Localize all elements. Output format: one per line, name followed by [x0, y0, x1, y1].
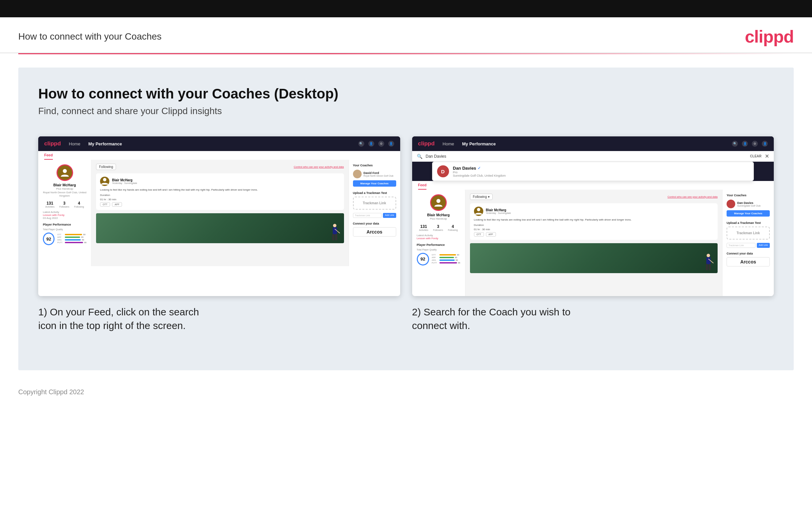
- feed-tab-bar-1: Feed: [38, 151, 400, 160]
- screenshot-2: clippd Home My Performance 🔍 👤 ⚙ 👤 🔍: [412, 136, 774, 296]
- total-quality-2: Total Player Quality: [417, 249, 460, 251]
- search-icon-2[interactable]: 🔍: [732, 141, 738, 147]
- following-button-2[interactable]: Following ▾: [470, 194, 492, 200]
- trackman-box-2: Trackman Link: [727, 226, 770, 240]
- section-title: How to connect with your Coaches (Deskto…: [38, 86, 774, 102]
- trackman-box-1: Trackman Link: [353, 197, 396, 210]
- trackman-input-2[interactable]: Trackman Link: [727, 243, 756, 248]
- mock-avatar-section-2: Blair McHarg Plus Handicap: [417, 194, 460, 221]
- following-num-2: 4: [448, 224, 458, 229]
- mock-latest-2: Latest Activity Lesson with Fordy: [417, 234, 460, 240]
- arccos-2[interactable]: Arccos: [727, 257, 770, 266]
- clippd-logo: clippd: [745, 27, 794, 47]
- mock-stat-followers-2: 3 Followers: [433, 224, 443, 231]
- followers-label-1: Followers: [59, 206, 69, 208]
- following-num-1: 4: [74, 201, 84, 206]
- trackman-input-1[interactable]: Trackman Link: [353, 213, 382, 218]
- add-link-btn-1[interactable]: Add Link: [383, 213, 396, 218]
- mock-stat-following-2: 4 Following: [448, 224, 458, 231]
- user-icon-2[interactable]: 👤: [742, 141, 748, 147]
- control-link-1[interactable]: Control who can see your activity and da…: [294, 165, 344, 168]
- svg-point-7: [436, 199, 440, 203]
- mock-nav-home-1: Home: [69, 141, 81, 146]
- search-clear-btn[interactable]: CLEAR: [750, 154, 761, 158]
- settings-icon-2[interactable]: ⚙: [752, 141, 758, 147]
- search-icon-1[interactable]: 🔍: [358, 141, 364, 147]
- mock-user-subtitle-2: Plus Handicap: [417, 217, 460, 220]
- score-value-1: 92: [43, 232, 54, 245]
- mock-avatar-1: [56, 164, 73, 181]
- mock-stat-activities-2: 131 Activities: [419, 224, 428, 231]
- search-result-dropdown[interactable]: D Dan Davies ✓ Pro Sunningdale Golf Club…: [432, 162, 754, 181]
- step-1-label: 1) On your Feed, click on the searchicon…: [38, 306, 199, 331]
- btn-app-1[interactable]: APP: [112, 202, 122, 207]
- mock-avatar-section-1: Blair McHarg Plus Handicap Royal North D…: [43, 164, 86, 198]
- btn-app-2[interactable]: APP: [486, 232, 496, 237]
- control-link-2[interactable]: Control who can see your activity and da…: [667, 195, 718, 198]
- latest-title-2: Lesson with Fordy: [417, 237, 460, 240]
- mock-latest-1: Latest Activity Lesson with Fordy 03 Aug…: [43, 211, 86, 220]
- mock-user-subtitle-1: Plus Handicap: [43, 187, 86, 190]
- connect-title-1: Connect your data: [353, 222, 396, 225]
- golf-image-2: [470, 243, 718, 273]
- mock-performance-2: Player Performance Total Player Quality …: [417, 243, 460, 265]
- svg-rect-10: [706, 257, 711, 264]
- screenshots-row: clippd Home My Performance 🔍 👤 ⚙ 👤: [38, 136, 774, 332]
- footer: Copyright Clippd 2022: [0, 384, 812, 400]
- verified-icon: ✓: [478, 166, 481, 170]
- mock-nav-2: clippd Home My Performance 🔍 👤 ⚙ 👤: [412, 136, 774, 151]
- svg-point-2: [333, 224, 336, 227]
- activities-label-2: Activities: [419, 229, 428, 231]
- mock-feed-1: Following Control who can see your activ…: [91, 160, 349, 266]
- btn-ott-1[interactable]: OTT: [100, 202, 110, 207]
- upload-title-2: Upload a Trackman Test: [727, 221, 770, 224]
- avatar-icon-1[interactable]: 👤: [388, 141, 394, 147]
- manage-coaches-btn-2[interactable]: Manage Your Coaches: [727, 210, 770, 217]
- trackman-input-row-2: Trackman Link Add Link: [727, 243, 770, 248]
- svg-point-1: [103, 178, 106, 181]
- feed-tab-2[interactable]: Feed: [418, 181, 427, 189]
- followers-label-2: Followers: [433, 229, 443, 231]
- add-link-btn-2[interactable]: Add Link: [757, 243, 770, 248]
- golfer-svg-1: [329, 223, 341, 243]
- user-icon-1[interactable]: 👤: [368, 141, 374, 147]
- bar-ott-1: OTT 90: [57, 234, 86, 236]
- result-club: Sunningdale Golf Club, United Kingdom: [453, 174, 506, 177]
- manage-coaches-btn-1[interactable]: Manage Your Coaches: [353, 180, 396, 186]
- followers-num-2: 3: [433, 224, 443, 229]
- post-name-1: Blair McHarg: [112, 178, 137, 182]
- golfer-svg-2: [703, 253, 714, 273]
- bar-putt-2: PUTT 96: [432, 262, 460, 264]
- search-bar-input-text[interactable]: Dan Davies: [426, 154, 747, 159]
- latest-title-1: Lesson with Fordy: [43, 214, 86, 217]
- arccos-1[interactable]: Arccos: [353, 227, 396, 237]
- avatar-icon-2[interactable]: 👤: [762, 141, 768, 147]
- mock-user-name-2: Blair McHarg: [417, 213, 460, 217]
- mock-nav-performance-2: My Performance: [462, 141, 495, 146]
- perf-title-1: Player Performance: [43, 223, 86, 226]
- btn-ott-2[interactable]: OTT: [474, 232, 484, 237]
- header: How to connect with your Coaches clippd: [0, 17, 812, 53]
- following-button-1[interactable]: Following: [96, 164, 116, 170]
- settings-icon-1[interactable]: ⚙: [378, 141, 384, 147]
- latest-activity-label-2: Latest Activity: [417, 234, 460, 237]
- mock-stat-following-1: 4 Following: [74, 201, 84, 208]
- screenshot-1: clippd Home My Performance 🔍 👤 ⚙ 👤: [38, 136, 400, 296]
- svg-rect-12: [709, 264, 711, 270]
- mock-user-name-1: Blair McHarg: [43, 183, 86, 187]
- activities-label-1: Activities: [45, 206, 54, 208]
- coach-avatar-2: [727, 200, 735, 208]
- search-bar-overlay: 🔍 Dan Davies CLEAR ✕: [412, 151, 774, 162]
- feed-tab-1[interactable]: Feed: [44, 151, 53, 160]
- mock-coaches-2: Your Coaches Dan Davies Sunningdale Golf…: [722, 189, 774, 296]
- connect-title-2: Connect your data: [727, 252, 770, 255]
- coaches-title-1: Your Coaches: [353, 164, 396, 167]
- mock-performance-1: Player Performance Total Player Quality …: [43, 223, 86, 245]
- post-text-2: Looking to feel like my hands are exitin…: [474, 218, 714, 221]
- mock-avatar-2: [430, 194, 447, 211]
- activities-num-1: 131: [45, 201, 54, 206]
- score-value-2: 92: [417, 253, 429, 265]
- mock-post-1: Blair McHarg Yesterday · Sunningdale Loo…: [96, 173, 344, 210]
- bar-ott-2: OTT 90: [432, 254, 460, 256]
- search-close-icon[interactable]: ✕: [765, 153, 769, 159]
